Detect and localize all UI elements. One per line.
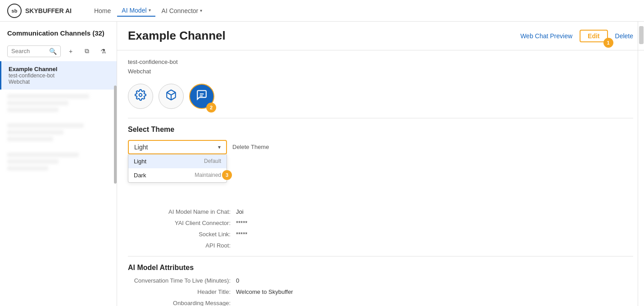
- sidebar-item-example-channel[interactable]: Example Channel test-confidence-bot Webc…: [0, 61, 117, 90]
- detail-row-ai-model-name: AI Model Name in Chat: Joi: [128, 208, 633, 215]
- delete-theme-button[interactable]: Delete Theme: [232, 144, 269, 150]
- attr-row-conversation-ttl: Conversation Time To Live (Minutes): 0: [128, 277, 633, 284]
- chevron-down-icon: ▾: [218, 144, 221, 150]
- filter-button[interactable]: ⚗: [97, 45, 109, 58]
- attr-row-onboarding: Onboarding Message:: [128, 300, 633, 306]
- nav-ai-connector[interactable]: AI Connector ▾: [157, 5, 207, 16]
- channel-type: Webchat: [128, 67, 633, 76]
- chevron-down-icon: ▾: [200, 8, 202, 13]
- right-scrollbar: [638, 22, 644, 306]
- search-input[interactable]: [11, 48, 46, 54]
- main-header: Example Channel Web Chat Preview Edit 1 …: [117, 22, 644, 50]
- delete-button[interactable]: Delete: [615, 32, 633, 40]
- chevron-down-icon: ▾: [149, 8, 151, 13]
- topbar: sb SKYBUFFER AI Home AI Model ▾ AI Conne…: [0, 0, 644, 22]
- theme-dropdown-menu: Light Default Dark Maintained 3: [128, 154, 227, 183]
- detail-label: Onboarding Message:: [128, 300, 236, 306]
- svg-point-0: [139, 93, 142, 96]
- dropdown-item-tag: Default: [204, 158, 221, 164]
- divider: [128, 256, 633, 256]
- search-icon: 🔍: [49, 48, 57, 55]
- main-content: Example Channel Web Chat Preview Edit 1 …: [117, 22, 644, 306]
- add-channel-button[interactable]: +: [64, 45, 77, 58]
- theme-dropdown[interactable]: Light ▾: [128, 140, 227, 154]
- icon-badge: 2: [206, 103, 216, 112]
- chat-icon: [196, 89, 208, 104]
- main-body: test-confidence-bot Webchat: [117, 50, 644, 306]
- sidebar-scrollbar-thumb: [114, 86, 117, 184]
- detail-value: *****: [236, 231, 247, 238]
- company-name: SKYBUFFER AI: [25, 7, 72, 14]
- attr-row-header-title: Header Title: Welcome to Skybuffer: [128, 288, 633, 295]
- attributes-section: AI Model Attributes Conversation Time To…: [128, 264, 633, 306]
- dropdown-item-tag: Maintained: [195, 172, 221, 178]
- edit-badge: 1: [603, 38, 613, 48]
- sidebar-title: Communication Channels (32): [7, 29, 109, 38]
- right-scrollbar-thumb: [639, 26, 644, 44]
- dropdown-item-dark[interactable]: Dark Maintained 3: [128, 168, 227, 182]
- page-title: Example Channel: [128, 29, 226, 43]
- dropdown-badge: 3: [222, 170, 232, 180]
- nav: Home AI Model ▾ AI Connector ▾: [90, 5, 207, 17]
- nav-ai-model[interactable]: AI Model ▾: [117, 5, 155, 17]
- search-box: 🔍: [7, 45, 61, 57]
- theme-selected-value: Light: [134, 144, 148, 151]
- package-icon: [165, 89, 177, 104]
- detail-label: AI Model Name in Chat:: [128, 208, 236, 215]
- theme-select-wrapper: Light ▾ Light Default Dark Maintained 3: [128, 140, 633, 154]
- logo-icon: sb: [7, 4, 22, 18]
- dropdown-item-light[interactable]: Light Default: [128, 154, 227, 168]
- channel-icon-chat[interactable]: 2: [189, 84, 214, 109]
- list-item[interactable]: [0, 119, 117, 148]
- channel-bot: test-confidence-bot: [128, 58, 633, 67]
- list-item[interactable]: [0, 90, 117, 119]
- list-item[interactable]: [0, 148, 117, 177]
- sidebar-toolbar: 🔍 + ⧉ ⚗: [0, 41, 117, 61]
- channel-meta: test-confidence-bot Webchat: [128, 58, 633, 76]
- attributes-title: AI Model Attributes: [128, 264, 633, 272]
- sidebar-header: Communication Channels (32): [0, 22, 117, 41]
- detail-value: *****: [236, 220, 247, 226]
- sidebar-scrollbar: [114, 61, 117, 306]
- detail-row-yai-connector: YAI Client Connector: *****: [128, 220, 633, 226]
- sidebar-list: Example Channel test-confidence-bot Webc…: [0, 61, 117, 306]
- web-chat-preview-link[interactable]: Web Chat Preview: [520, 32, 572, 40]
- detail-value: 0: [236, 277, 239, 284]
- dropdown-item-label: Light: [134, 158, 146, 165]
- copy-button[interactable]: ⧉: [81, 45, 93, 58]
- detail-row-api-root: API Root:: [128, 242, 633, 249]
- settings-icon: [135, 89, 146, 104]
- channel-icon-package[interactable]: [159, 84, 184, 109]
- detail-label: YAI Client Connector:: [128, 220, 236, 226]
- logo: sb SKYBUFFER AI: [7, 4, 72, 18]
- detail-label: Conversation Time To Live (Minutes):: [128, 277, 236, 284]
- sidebar-item-name: Example Channel: [9, 66, 109, 72]
- detail-row-socket-link: Socket Link: *****: [128, 231, 633, 238]
- channel-icon-settings[interactable]: [128, 84, 153, 109]
- detail-label: Socket Link:: [128, 231, 236, 238]
- icon-row: 2: [128, 84, 633, 109]
- layout: Communication Channels (32) 🔍 + ⧉ ⚗ Exam…: [0, 22, 644, 306]
- detail-label: API Root:: [128, 242, 236, 249]
- detail-value: Joi: [236, 208, 244, 215]
- select-theme-title: Select Theme: [128, 126, 633, 134]
- theme-dropdown-container: Light ▾ Light Default Dark Maintained 3: [128, 140, 227, 154]
- dropdown-item-label: Dark: [134, 172, 146, 179]
- detail-fields: AI Model Name in Chat: Joi YAI Client Co…: [128, 208, 633, 249]
- sidebar-item-sub1: test-confidence-bot: [9, 72, 109, 79]
- nav-home[interactable]: Home: [90, 5, 115, 16]
- detail-label: Header Title:: [128, 288, 236, 295]
- detail-value: Welcome to Skybuffer: [236, 288, 293, 295]
- main-actions: Web Chat Preview Edit 1 Delete: [520, 30, 633, 42]
- divider: [128, 118, 633, 118]
- sidebar: Communication Channels (32) 🔍 + ⧉ ⚗ Exam…: [0, 22, 117, 306]
- sidebar-item-sub2: Webchat: [9, 79, 109, 85]
